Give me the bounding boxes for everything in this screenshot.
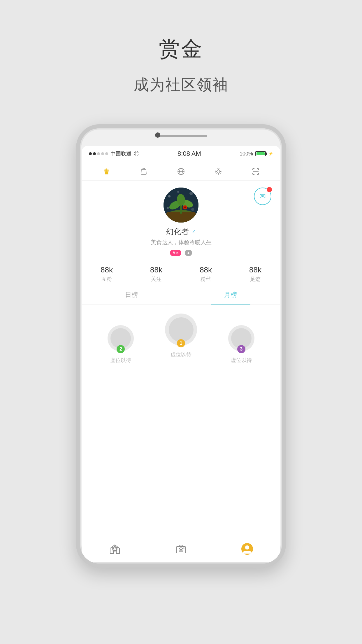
status-bar: 中国联通 ⌘ 8:08 AM 100% ⚡: [82, 146, 280, 162]
rank-avatar-3: 3: [228, 325, 254, 351]
username-row: 幻化者 ♂: [166, 227, 196, 237]
svg-point-5: [217, 170, 220, 173]
message-button[interactable]: ✉: [254, 188, 271, 205]
crown-nav-icon[interactable]: ♛: [100, 165, 113, 178]
tab-daily[interactable]: 日榜: [82, 285, 181, 304]
rank-badge-1: 1: [177, 339, 185, 347]
svg-marker-22: [110, 545, 120, 554]
user-avatar[interactable]: [164, 188, 198, 223]
page-title: 赏金: [159, 35, 203, 63]
stat-value-following: 88k: [150, 265, 162, 274]
home-nav-icon: [109, 543, 121, 555]
svg-point-17: [168, 195, 171, 197]
rank-avatar-inner-1: [169, 317, 194, 342]
phone-screen: 中国联通 ⌘ 8:08 AM 100% ⚡ ♛: [82, 146, 280, 562]
bottom-nav: [82, 536, 280, 562]
scan-icon: [252, 167, 260, 176]
globe-nav-icon[interactable]: [175, 165, 187, 178]
gear-icon: [214, 167, 222, 176]
user-bio: 美食达人，体验冷暖人生: [151, 239, 212, 246]
vip-badge: Vip: [170, 250, 181, 256]
globe-icon: [177, 167, 185, 176]
envelope-icon: ✉: [259, 192, 266, 201]
rank-item-2[interactable]: 2 虚位以待: [91, 325, 151, 364]
ranking-podium: 2 虚位以待 1 虚位以待: [82, 314, 280, 358]
profile-nav-icon: [241, 542, 254, 555]
signal-dot-5: [105, 152, 108, 155]
rank-badge-3: 3: [237, 345, 245, 353]
stats-row: 88k 互粉 88k 关注 88k 粉丝 88k 足迹: [82, 261, 280, 285]
signal-area: 中国联通 ⌘: [89, 150, 139, 157]
status-time: 8:08 AM: [178, 150, 201, 158]
rank-name-3: 虚位以待: [231, 357, 252, 364]
stat-footprint[interactable]: 88k 足迹: [231, 265, 280, 283]
username-text: 幻化者: [166, 227, 189, 237]
signal-dot-3: [97, 152, 100, 155]
stat-value-mutual: 88k: [101, 265, 113, 274]
svg-point-20: [191, 208, 194, 211]
battery-fill: [256, 152, 265, 155]
signal-dot-4: [101, 152, 104, 155]
stat-value-footprint: 88k: [249, 265, 261, 274]
stat-label-followers: 粉丝: [201, 276, 211, 283]
side-button-volume-down: [76, 213, 78, 233]
bottom-nav-home[interactable]: [103, 541, 126, 557]
bag-icon: [140, 167, 148, 176]
stat-following[interactable]: 88k 关注: [131, 265, 181, 283]
svg-point-28: [180, 549, 182, 551]
svg-point-21: [177, 191, 179, 193]
avatar-image: [164, 188, 198, 223]
side-button-volume-up: [76, 187, 78, 207]
battery-percentage: 100%: [240, 151, 253, 157]
side-button-power: [284, 204, 286, 233]
carrier-name: 中国联通: [110, 150, 131, 157]
svg-point-18: [189, 192, 193, 195]
stat-label-mutual: 互粉: [101, 276, 112, 283]
page-subtitle: 成为社区领袖: [134, 75, 228, 95]
user-badges: Vip ●: [170, 250, 192, 256]
rank-name-1: 虚位以待: [171, 351, 191, 358]
message-badge: [267, 187, 272, 192]
rank-item-1[interactable]: 1 虚位以待: [151, 314, 211, 358]
bottom-nav-camera[interactable]: [169, 541, 193, 557]
stat-followers[interactable]: 88k 粉丝: [181, 265, 231, 283]
gear-nav-icon[interactable]: [212, 165, 225, 178]
stat-label-footprint: 足迹: [250, 276, 261, 283]
phone-frame: 中国联通 ⌘ 8:08 AM 100% ⚡ ♛: [76, 124, 286, 568]
signal-dot-1: [89, 152, 92, 155]
bag-nav-icon[interactable]: [137, 165, 150, 178]
battery-bolt-icon: ⚡: [268, 151, 273, 156]
svg-point-16: [184, 206, 186, 208]
scan-nav-icon[interactable]: [249, 165, 262, 178]
status-right: 100% ⚡: [240, 151, 273, 157]
tab-monthly[interactable]: 月榜: [181, 285, 280, 304]
rank-avatar-2: 2: [108, 325, 134, 351]
rank-badge-2: 2: [117, 345, 125, 353]
rank-avatar-1: 1: [165, 314, 197, 346]
rank-item-3[interactable]: 3 虚位以待: [211, 325, 271, 364]
svg-point-19: [167, 207, 169, 209]
stat-mutual-fans[interactable]: 88k 互粉: [82, 265, 131, 283]
stat-label-following: 关注: [151, 276, 161, 283]
stat-value-followers: 88k: [200, 265, 212, 274]
signal-dot-2: [93, 152, 96, 155]
nav-icons-bar: ♛: [82, 162, 280, 181]
ranking-section: 2 虚位以待 1 虚位以待: [82, 305, 280, 536]
tab-bar: 日榜 月榜: [82, 285, 280, 305]
signal-dots: [89, 152, 108, 155]
battery-bar: [255, 151, 266, 156]
rank-name-2: 虚位以待: [110, 357, 131, 364]
bottom-nav-profile[interactable]: [236, 541, 259, 557]
gender-icon: ♂: [192, 228, 196, 235]
wifi-icon: ⌘: [134, 150, 139, 157]
svg-point-31: [245, 545, 249, 550]
profile-section: ✉ 幻化者 ♂ 美食达人，体验冷暖人生 Vip ●: [82, 181, 280, 261]
camera-nav-icon: [175, 543, 187, 555]
svg-rect-10: [166, 212, 196, 223]
svg-point-29: [183, 547, 184, 549]
crown-icon: ♛: [103, 167, 110, 176]
secondary-badge: ●: [185, 250, 192, 256]
